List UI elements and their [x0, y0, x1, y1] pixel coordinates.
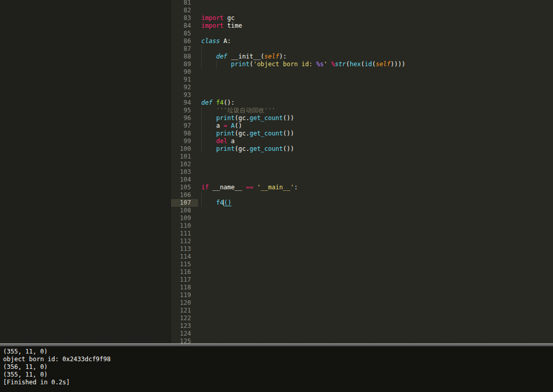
line-number[interactable]: 102	[171, 161, 198, 168]
line-number[interactable]: 119	[171, 291, 198, 299]
code-line[interactable]: 102	[171, 161, 553, 168]
code-text	[198, 307, 553, 315]
line-number[interactable]: 113	[171, 245, 198, 253]
line-number[interactable]: 110	[171, 222, 198, 230]
line-number[interactable]: 118	[171, 284, 198, 291]
code-line[interactable]: 125	[171, 338, 553, 343]
code-line[interactable]: 117	[171, 276, 553, 284]
line-number[interactable]: 124	[171, 330, 198, 338]
line-number[interactable]: 105	[171, 184, 198, 191]
line-number[interactable]: 103	[171, 168, 198, 176]
code-line[interactable]: 98 print(gc.get_count())	[171, 130, 553, 138]
code-line[interactable]: 94def f4():	[171, 99, 553, 107]
code-line[interactable]: 108	[171, 207, 553, 214]
code-line[interactable]: 114	[171, 253, 553, 261]
code-line[interactable]: 109	[171, 214, 553, 222]
code-line[interactable]: 121	[171, 307, 553, 315]
line-number[interactable]: 125	[171, 338, 198, 343]
line-number[interactable]: 90	[171, 68, 198, 76]
code-line[interactable]: 87	[171, 45, 553, 53]
code-line[interactable]: 110	[171, 222, 553, 230]
code-line[interactable]: 118	[171, 284, 553, 291]
code-line[interactable]: 85	[171, 30, 553, 37]
code-line[interactable]: 82	[171, 7, 553, 14]
line-number[interactable]: 92	[171, 84, 198, 91]
code-line[interactable]: 124	[171, 330, 553, 338]
line-number[interactable]: 104	[171, 176, 198, 184]
code-line[interactable]: 111	[171, 230, 553, 238]
code-line[interactable]: 81	[171, 0, 553, 7]
line-number[interactable]: 122	[171, 315, 198, 322]
line-number[interactable]: 85	[171, 30, 198, 37]
line-number[interactable]: 84	[171, 22, 198, 30]
line-number[interactable]: 117	[171, 276, 198, 284]
code-line[interactable]: 113	[171, 245, 553, 253]
line-number[interactable]: 109	[171, 214, 198, 222]
code-line[interactable]: 112	[171, 238, 553, 245]
line-number[interactable]: 91	[171, 76, 198, 84]
line-number[interactable]: 94	[171, 99, 198, 107]
code-line[interactable]: 92	[171, 84, 553, 91]
code-text: def f4():	[198, 99, 553, 107]
line-number[interactable]: 89	[171, 61, 198, 68]
code-line[interactable]: 97 a = A()	[171, 122, 553, 130]
line-number[interactable]: 95	[171, 107, 198, 114]
code-line[interactable]: 100 print(gc.get_count())	[171, 145, 553, 153]
code-line[interactable]: 116	[171, 268, 553, 276]
line-number[interactable]: 121	[171, 307, 198, 315]
code-line[interactable]: 122	[171, 315, 553, 322]
line-number[interactable]: 101	[171, 153, 198, 161]
left-editor-pane[interactable]	[0, 0, 171, 343]
code-line[interactable]: 93	[171, 91, 553, 99]
line-number[interactable]: 81	[171, 0, 198, 7]
line-number[interactable]: 108	[171, 207, 198, 214]
code-line[interactable]: 101	[171, 153, 553, 161]
line-number[interactable]: 99	[171, 138, 198, 145]
line-number[interactable]: 98	[171, 130, 198, 138]
line-number[interactable]: 111	[171, 230, 198, 238]
code-line[interactable]: 86class A:	[171, 37, 553, 45]
code-line[interactable]: 88 def __init__(self):	[171, 53, 553, 61]
code-line[interactable]: 104	[171, 176, 553, 184]
code-editor-pane[interactable]: 818283import gc84import time8586class A:…	[171, 0, 553, 343]
line-number[interactable]: 93	[171, 91, 198, 99]
line-number[interactable]: 107	[171, 199, 198, 207]
code-line[interactable]: 95 '''垃圾自动回收'''	[171, 107, 553, 114]
line-number[interactable]: 114	[171, 253, 198, 261]
code-line[interactable]: 89 print('object born id: %s' %str(hex(i…	[171, 61, 553, 68]
code-text	[198, 322, 553, 330]
code-line[interactable]: 99 del a	[171, 138, 553, 145]
line-number[interactable]: 106	[171, 191, 198, 199]
code-line[interactable]: 84import time	[171, 22, 553, 30]
code-text	[198, 7, 553, 14]
line-number[interactable]: 112	[171, 238, 198, 245]
code-line[interactable]: 91	[171, 76, 553, 84]
code-line[interactable]: 83import gc	[171, 14, 553, 22]
code-line[interactable]: 90	[171, 68, 553, 76]
line-number[interactable]: 123	[171, 322, 198, 330]
code-line[interactable]: 103	[171, 168, 553, 176]
code-line[interactable]: 96 print(gc.get_count())	[171, 114, 553, 122]
line-number[interactable]: 96	[171, 114, 198, 122]
line-number[interactable]: 82	[171, 7, 198, 14]
code-line[interactable]: 119	[171, 291, 553, 299]
build-output-panel[interactable]: (355, 11, 0)object born id: 0x2433dcf9f9…	[0, 346, 553, 392]
line-number[interactable]: 87	[171, 45, 198, 53]
code-line[interactable]: 123	[171, 322, 553, 330]
line-number[interactable]: 120	[171, 299, 198, 307]
line-number[interactable]: 97	[171, 122, 198, 130]
code-line[interactable]: 120	[171, 299, 553, 307]
code-line[interactable]: 115	[171, 261, 553, 268]
code-text	[198, 153, 553, 161]
line-number[interactable]: 115	[171, 261, 198, 268]
code-line[interactable]: 106	[171, 191, 553, 199]
line-number[interactable]: 88	[171, 53, 198, 61]
code-text	[198, 76, 553, 84]
console-output-line: (355, 11, 0)	[3, 371, 553, 379]
line-number[interactable]: 100	[171, 145, 198, 153]
code-line[interactable]: 107 f4()	[171, 199, 553, 207]
line-number[interactable]: 116	[171, 268, 198, 276]
line-number[interactable]: 86	[171, 37, 198, 45]
code-line[interactable]: 105if __name__ == '__main__':	[171, 184, 553, 191]
line-number[interactable]: 83	[171, 14, 198, 22]
